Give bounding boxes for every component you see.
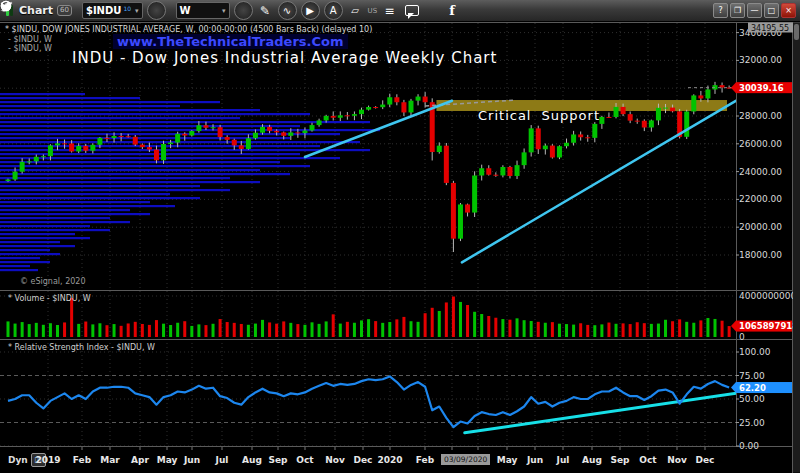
volume-bar	[275, 324, 278, 337]
month-label: 2019	[35, 455, 60, 465]
candle-body	[550, 146, 555, 158]
close-button[interactable]: ×	[781, 3, 796, 18]
volume-profile-bar	[0, 229, 110, 231]
volume-bar	[431, 308, 434, 337]
time-interval-button[interactable]	[234, 1, 253, 20]
minimize-button[interactable]: —	[747, 3, 762, 18]
chevron-down-icon[interactable]: ▾	[218, 7, 226, 15]
freehand-wave-icon[interactable]: ∿	[278, 1, 297, 20]
candle-body	[112, 136, 117, 138]
volume-profile-bar	[0, 169, 260, 171]
candle-body	[642, 121, 647, 128]
volume-profile-bar	[0, 193, 170, 195]
help-button[interactable]: ?	[713, 3, 728, 18]
volume-bar	[318, 324, 321, 337]
candle-body	[698, 95, 703, 98]
candle-body	[27, 161, 32, 162]
symbol-lookup-button[interactable]	[147, 1, 166, 20]
volume-bar	[311, 322, 314, 337]
month-label: May	[497, 455, 518, 465]
chevron-down-icon[interactable]: ▾	[131, 7, 139, 15]
volume-bar	[706, 318, 709, 337]
twitter-icon[interactable]	[426, 2, 443, 19]
axis-label: 0	[739, 332, 745, 342]
axis-label: 32000.00	[739, 55, 782, 65]
legend-line: - $INDU, W	[8, 44, 52, 53]
auto-trendline-icon[interactable]: A	[324, 1, 343, 20]
candle-body	[585, 137, 590, 138]
volume-bar	[197, 324, 200, 337]
scrollbar-thumb[interactable]	[794, 24, 799, 40]
candle-body	[401, 102, 406, 112]
candle-body	[408, 101, 413, 113]
candle-body	[260, 127, 265, 133]
watermark-link[interactable]: www.TheTechnicalTraders.Com	[113, 34, 348, 49]
volume-profile-bar	[0, 221, 130, 223]
volume-profile-bar	[0, 245, 75, 247]
volume-profile-bar	[0, 161, 280, 163]
candle-body	[302, 130, 307, 133]
volume-bar	[49, 323, 52, 337]
candle-body	[225, 137, 230, 140]
window-toolbar: Chart 60 $INDU 10 ▾ W ▾ ✎ ∿ ▶ A ▱ US ≡ f…	[0, 0, 800, 22]
volume-bar	[219, 319, 222, 337]
candle-body	[394, 97, 399, 102]
chart-title: INDU - Dow Jones Industrial Average Week…	[72, 49, 497, 67]
date-marker-tag: 03/09/2020	[441, 454, 490, 465]
candle-body	[635, 121, 640, 122]
volume-profile-bar	[0, 269, 38, 271]
volume-bar	[176, 323, 179, 337]
symbol-input[interactable]: $INDU 10 ▾	[82, 2, 143, 19]
candle-body	[295, 132, 300, 133]
volume-profile-bar	[0, 105, 180, 107]
volume-bar	[544, 323, 547, 337]
volume-bar	[657, 324, 660, 337]
volume-bar	[480, 314, 483, 337]
candle-body	[628, 114, 633, 120]
candle-body	[529, 128, 534, 152]
draw-pencil-icon[interactable]: ✎	[257, 2, 274, 19]
volume-bar	[212, 324, 215, 337]
volume-bar	[671, 321, 674, 337]
chat-icon[interactable]	[405, 5, 419, 16]
facebook-icon[interactable]: f	[447, 2, 457, 19]
volume-profile-bar	[0, 213, 150, 215]
play-icon[interactable]: ▶	[301, 1, 320, 20]
volume-bar	[558, 324, 561, 337]
axis-label: 20000.00	[739, 222, 782, 232]
month-label: Jul	[557, 455, 570, 465]
chart-canvas[interactable]: 34000.0032000.0028000.0026000.0024000.00…	[0, 0, 800, 473]
layout-panels-icon[interactable]: ≡	[381, 2, 398, 19]
month-label: Jun	[527, 455, 543, 465]
chart-application-window: 34000.0032000.0028000.0026000.0024000.00…	[0, 0, 800, 473]
volume-profile-bar	[0, 153, 300, 155]
interval-select[interactable]: W ▾	[176, 2, 230, 19]
candle-body	[507, 167, 512, 176]
volume-bar	[303, 325, 306, 337]
candle-body	[451, 183, 456, 239]
month-label: Sep	[610, 455, 629, 465]
restore-button[interactable]: ❐	[730, 3, 745, 18]
volume-pane-label: * Volume - $INDU, W	[8, 294, 91, 303]
volume-bar	[438, 311, 441, 337]
candle-body	[232, 140, 237, 146]
candle-body	[592, 124, 597, 138]
copyright-label: © eSignal, 2020	[20, 277, 85, 286]
candle-body	[239, 145, 244, 149]
volume-profile-bar	[0, 129, 380, 131]
candle-body	[338, 115, 343, 117]
candle-body	[536, 128, 541, 149]
volume-bar	[516, 318, 519, 337]
volume-profile-bar	[0, 205, 175, 207]
volume-bar	[28, 324, 31, 337]
volume-bar	[254, 324, 257, 337]
volume-profile-bar	[0, 125, 300, 127]
eraser-icon[interactable]: ▱	[347, 2, 364, 19]
volume-bar	[240, 324, 243, 337]
candle-body	[373, 107, 378, 108]
candle-body	[253, 133, 258, 138]
month-label: Feb	[416, 455, 434, 465]
scrollbar-track	[793, 23, 800, 473]
axis-label: 18000.00	[739, 250, 782, 260]
maximize-button[interactable]: □	[764, 3, 779, 18]
